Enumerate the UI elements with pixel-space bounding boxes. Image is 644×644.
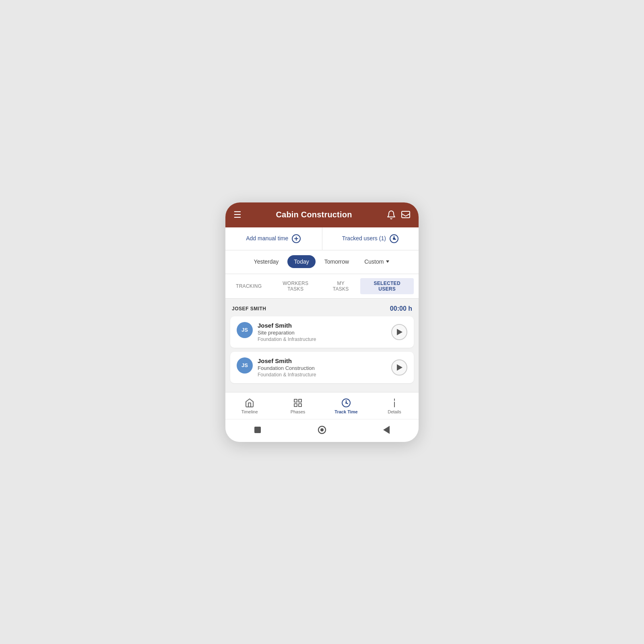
tab-custom-label: Custom [364, 258, 384, 265]
svg-rect-11 [294, 404, 297, 407]
bottom-nav-timeline-label: Timeline [241, 409, 258, 414]
task-card: JS Josef Smith Site preparation Foundati… [230, 316, 414, 348]
task-info-1: Josef Smith Site preparation Foundation … [258, 322, 316, 342]
system-square-button[interactable] [251, 423, 264, 436]
header: ☰ Cabin Construction [225, 202, 419, 227]
bottom-nav-timeline[interactable]: Timeline [225, 396, 274, 416]
user-section-header: JOSEF SMITH 00:00 h [230, 299, 414, 316]
top-actions: Add manual time Tracked users (1) [225, 227, 419, 250]
task-sub-1: Foundation & Infrastructure [258, 336, 316, 342]
svg-marker-7 [397, 329, 402, 335]
svg-rect-12 [299, 404, 301, 407]
svg-rect-17 [254, 427, 261, 433]
message-icon[interactable] [401, 210, 411, 220]
system-back-button[interactable] [380, 423, 393, 436]
task-info-2: Josef Smith Foundation Construction Foun… [258, 357, 316, 378]
play-button-1[interactable] [391, 324, 407, 340]
svg-rect-9 [294, 399, 297, 402]
app-title: Cabin Construction [276, 210, 352, 219]
bottom-nav-track-time[interactable]: Track Time [322, 396, 370, 416]
svg-rect-10 [299, 399, 301, 402]
svg-marker-8 [397, 364, 402, 371]
task-card-2: JS Josef Smith Foundation Construction F… [230, 352, 414, 383]
tracked-users-icon [389, 234, 399, 244]
bottom-nav-details-label: Details [388, 409, 401, 414]
svg-marker-20 [383, 426, 390, 434]
task-card-left-2: JS Josef Smith Foundation Construction F… [237, 357, 391, 378]
tab-selected-users[interactable]: SELECTED USERS [360, 278, 414, 294]
tracked-users-label: Tracked users (1) [342, 235, 386, 242]
tab-yesterday[interactable]: Yesterday [248, 255, 285, 268]
bottom-nav-phases-label: Phases [291, 409, 305, 414]
tracked-users-button[interactable]: Tracked users (1) [322, 227, 419, 250]
user-section-name: JOSEF SMITH [232, 306, 266, 312]
tab-my-tasks[interactable]: MY TASKS [324, 278, 358, 294]
task-sub-2: Foundation & Infrastructure [258, 372, 316, 378]
menu-icon[interactable]: ☰ [233, 210, 242, 220]
add-manual-time-label: Add manual time [246, 235, 288, 242]
avatar-2: JS [237, 357, 253, 374]
svg-point-19 [320, 428, 324, 431]
task-user-name-1: Josef Smith [258, 322, 316, 329]
task-card-left-1: JS Josef Smith Site preparation Foundati… [237, 322, 391, 342]
bottom-nav-phases[interactable]: Phases [274, 396, 322, 416]
add-manual-time-button[interactable]: Add manual time [225, 227, 322, 250]
bottom-nav-details[interactable]: Details [370, 396, 419, 416]
avatar-1: JS [237, 322, 253, 338]
system-circle-button[interactable] [316, 423, 328, 436]
task-name-1: Site preparation [258, 330, 316, 336]
add-manual-time-icon [291, 234, 301, 244]
bottom-nav: Timeline Phases Track Time De [225, 392, 419, 419]
svg-marker-6 [386, 260, 389, 263]
nav-tabs: TRACKING WORKERS TASKS MY TASKS SELECTED… [225, 274, 419, 299]
svg-point-14 [345, 402, 347, 404]
system-nav [225, 419, 419, 442]
tab-workers-tasks[interactable]: WORKERS TASKS [270, 278, 321, 294]
bottom-nav-track-time-label: Track Time [334, 409, 357, 414]
tab-tomorrow[interactable]: Tomorrow [318, 255, 355, 268]
main-content: JOSEF SMITH 00:00 h JS Josef Smith Site … [225, 299, 419, 392]
user-section-time: 00:00 h [390, 305, 412, 312]
task-name-2: Foundation Construction [258, 365, 316, 371]
tab-tracking[interactable]: TRACKING [230, 278, 267, 294]
tab-custom[interactable]: Custom [358, 255, 396, 268]
task-user-name-2: Josef Smith [258, 357, 316, 364]
header-icons [386, 210, 411, 220]
phone-frame: ☰ Cabin Construction Add manual time [225, 202, 419, 442]
date-tabs: Yesterday Today Tomorrow Custom [225, 250, 419, 274]
svg-point-5 [393, 237, 395, 240]
tab-today[interactable]: Today [287, 255, 315, 268]
bell-icon[interactable] [386, 210, 396, 220]
play-button-2[interactable] [391, 359, 407, 376]
